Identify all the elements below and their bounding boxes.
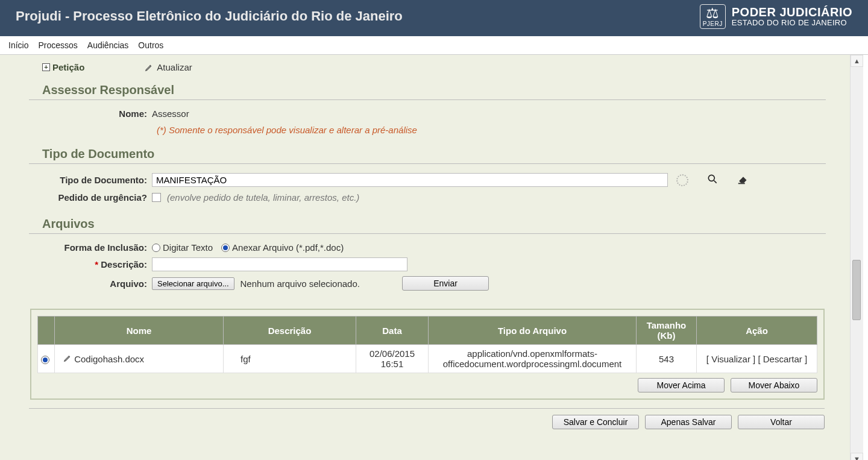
app-title: Projudi - Processo Eletrônico do Judiciá… xyxy=(16,8,403,24)
label-forma: Forma de Inclusão: xyxy=(29,242,152,253)
menu-processos[interactable]: Processos xyxy=(34,38,81,52)
search-icon[interactable] xyxy=(706,173,719,187)
label-urgencia: Pedido de urgência? xyxy=(29,192,152,203)
menu-outros[interactable]: Outros xyxy=(134,38,167,52)
th-desc: Descrição xyxy=(224,317,356,345)
radio-digitar[interactable] xyxy=(152,244,160,252)
radio-anexar[interactable] xyxy=(221,244,230,252)
voltar-button[interactable]: Voltar xyxy=(738,415,825,429)
atualizar-link[interactable]: Atualizar xyxy=(145,62,192,72)
label-descricao: * Descrição: xyxy=(29,259,152,269)
label-nome: Nome: xyxy=(29,109,152,119)
files-table: Nome Descrição Data Tipo do Arquivo Tama… xyxy=(37,316,817,373)
th-select xyxy=(38,317,55,345)
scroll-down-icon[interactable]: ▼ xyxy=(851,453,863,460)
peticao-toggle[interactable]: + Petição xyxy=(42,62,84,72)
cell-desc: fgf xyxy=(224,345,356,373)
assessor-note: (*) Somente o responsável pode visualiza… xyxy=(29,125,826,135)
branding-line1: PODER JUDICIÁRIO xyxy=(732,5,852,19)
th-tipo: Tipo do Arquivo xyxy=(429,317,637,345)
mover-acima-button[interactable]: Mover Acima xyxy=(638,378,725,392)
th-nome: Nome xyxy=(55,317,224,345)
no-file-text: Nenhum arquivo selecionado. xyxy=(241,279,360,289)
input-descricao[interactable] xyxy=(152,257,407,271)
apenas-salvar-button[interactable]: Apenas Salvar xyxy=(645,415,732,429)
section-assessor-title: Assessor Responsável xyxy=(29,80,826,100)
label-radio-anexar: Anexar Arquivo (*.pdf,*.doc) xyxy=(232,242,344,253)
scales-icon: ⚖ xyxy=(706,6,719,20)
section-tipodoc-title: Tipo de Documento xyxy=(29,143,826,164)
salvar-concluir-button[interactable]: Salvar e Concluir xyxy=(552,415,639,429)
logo-abbrev: PJERJ xyxy=(703,20,723,27)
cell-data: 02/06/2015 16:51 xyxy=(356,345,429,373)
pencil-icon xyxy=(145,63,153,72)
cell-tam: 543 xyxy=(637,345,697,373)
svg-rect-1 xyxy=(738,183,745,184)
label-tipodoc: Tipo de Documento: xyxy=(29,175,152,185)
peticao-label: Petição xyxy=(52,62,84,72)
descartar-link[interactable]: [ Descartar ] xyxy=(758,354,807,364)
loading-icon xyxy=(676,174,688,186)
svg-point-0 xyxy=(708,175,714,181)
logo-icon: ⚖ PJERJ xyxy=(700,4,726,29)
header-branding: ⚖ PJERJ PODER JUDICIÁRIO ESTADO DO RIO D… xyxy=(700,4,852,29)
branding-line2: ESTADO DO RIO DE JANEIRO xyxy=(732,19,852,27)
cell-nome: Codigohash.docx xyxy=(74,354,144,364)
row-radio[interactable] xyxy=(41,356,49,364)
value-nome: Assessor xyxy=(152,109,189,119)
hint-urgencia: (envolve pedido de tutela, liminar, arre… xyxy=(167,192,359,203)
th-acao: Ação xyxy=(697,317,817,345)
checkbox-urgencia[interactable] xyxy=(152,193,161,202)
section-arquivos-title: Arquivos xyxy=(29,213,826,234)
menu-inicio[interactable]: Início xyxy=(5,38,32,52)
content-area: + Petição Atualizar Assessor Responsável… xyxy=(0,55,850,460)
table-row: Codigohash.docx fgf 02/06/2015 16:51 app… xyxy=(38,345,817,373)
vertical-scrollbar[interactable]: ▲ ▼ xyxy=(850,55,863,460)
mover-abaixo-button[interactable]: Mover Abaixo xyxy=(731,378,817,392)
eraser-icon[interactable] xyxy=(737,172,750,187)
label-arquivo: Arquivo: xyxy=(29,279,152,289)
label-radio-digitar: Digitar Texto xyxy=(163,242,213,253)
app-header: Projudi - Processo Eletrônico do Judiciá… xyxy=(0,0,868,36)
expand-icon: + xyxy=(42,63,50,71)
edit-icon[interactable] xyxy=(63,354,72,362)
cell-tipo: application/vnd.openxmlformats-officedoc… xyxy=(429,345,637,373)
th-tam: Tamanho (Kb) xyxy=(637,317,697,345)
th-data: Data xyxy=(356,317,429,345)
select-file-button[interactable]: Selecionar arquivo... xyxy=(152,277,234,290)
menu-audiencias[interactable]: Audiências xyxy=(84,38,133,52)
input-tipodoc[interactable] xyxy=(152,173,668,187)
visualizar-link[interactable]: [ Visualizar ] xyxy=(706,354,755,364)
scroll-thumb[interactable] xyxy=(852,260,861,320)
files-container: Nome Descrição Data Tipo do Arquivo Tama… xyxy=(30,309,825,400)
atualizar-label: Atualizar xyxy=(157,62,192,72)
scroll-up-icon[interactable]: ▲ xyxy=(851,55,863,67)
menu-bar: Início Processos Audiências Outros xyxy=(0,36,868,55)
enviar-button[interactable]: Enviar xyxy=(402,276,489,291)
